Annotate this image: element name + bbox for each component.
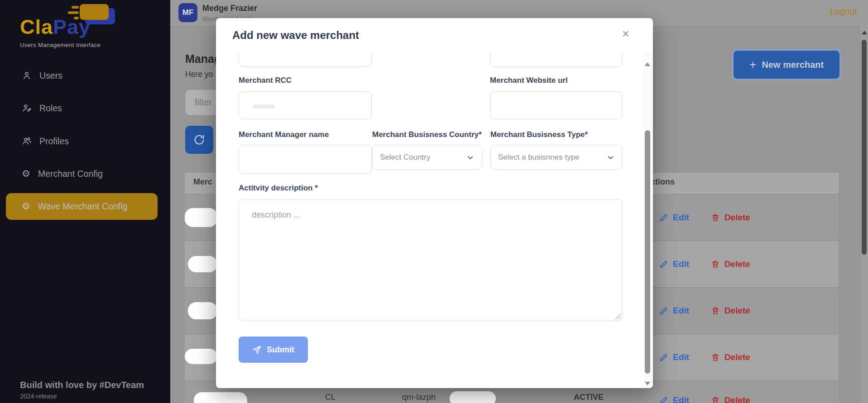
website-field[interactable] [490, 91, 623, 119]
user-icon [22, 71, 32, 81]
trash-icon [711, 396, 720, 403]
logo-text-pay: Pay [53, 15, 91, 38]
sidebar-item-label: Users [39, 71, 62, 81]
logo-subtitle: Users Management Interface [20, 42, 101, 48]
clipped-input[interactable] [490, 53, 623, 67]
sidebar-item-wave-merchant-config[interactable]: ⚙ Wave Merchant Config [6, 193, 158, 220]
cell-type-code: CL [325, 393, 336, 402]
redacted-pill [450, 391, 496, 403]
gear-icon: ⚙ [22, 169, 30, 179]
role-pen-icon [22, 103, 32, 113]
refresh-icon [193, 133, 206, 146]
redacted-pill [185, 208, 217, 227]
pencil-icon [659, 260, 668, 269]
send-icon [252, 345, 262, 355]
sidebar-item-label: Roles [39, 103, 62, 114]
edit-button[interactable]: Edit [659, 395, 689, 403]
country-select[interactable]: Select Country [372, 145, 482, 170]
country-select-value: Select Country [380, 153, 431, 162]
modal-scrollbar-thumb[interactable] [645, 130, 650, 374]
rcc-label: Merchant RCC [239, 76, 292, 85]
scroll-up-arrow-icon[interactable] [862, 31, 867, 34]
logo-speed-dash [72, 6, 79, 9]
logo-speed-dash [68, 11, 79, 14]
delete-button[interactable]: Delete [711, 395, 750, 403]
trash-icon [711, 306, 720, 315]
refresh-button[interactable] [185, 126, 213, 154]
edit-button[interactable]: Edit [659, 259, 689, 269]
sidebar-item-roles[interactable]: Roles [0, 97, 170, 119]
redacted-pill [185, 349, 217, 364]
delete-label: Delete [724, 395, 750, 403]
scroll-up-arrow-icon[interactable] [645, 62, 650, 66]
logout-button[interactable]: Logout [830, 6, 857, 17]
sidebar-item-users[interactable]: Users [0, 65, 170, 86]
close-icon[interactable]: × [622, 28, 629, 40]
clipped-input[interactable] [239, 53, 372, 67]
description-textarea[interactable] [239, 199, 623, 321]
gear-icon: ⚙ [22, 202, 30, 211]
sidebar-footer-release: 2024-release [20, 393, 57, 400]
plus-icon: + [749, 59, 757, 71]
chevron-down-icon [466, 153, 475, 162]
page-scrollbar-thumb[interactable] [862, 40, 867, 255]
modal-title: Add new wave merchant [232, 29, 359, 42]
add-wave-merchant-modal: Add new wave merchant × Merchant RCC Mer… [216, 18, 653, 388]
type-label: Merchant Busisness Type* [490, 130, 588, 139]
pencil-icon [659, 213, 668, 223]
edit-label: Edit [673, 259, 689, 269]
user-name: Medge Frazier [202, 4, 257, 13]
trash-icon [711, 260, 720, 269]
edit-label: Edit [673, 352, 689, 362]
sidebar-item-profiles[interactable]: Profiles [0, 130, 170, 152]
cell-merchant-code: qm-lazph [402, 393, 436, 402]
app-root: ClaPay Users Management Interface Users … [0, 0, 868, 403]
delete-label: Delete [724, 306, 750, 316]
sidebar-item-label: Profiles [39, 136, 69, 147]
delete-label: Delete [724, 213, 750, 223]
page-scrollbar[interactable] [860, 26, 868, 403]
delete-button[interactable]: Delete [711, 352, 750, 362]
row-actions: Edit Delete [659, 194, 750, 241]
redacted-pill [188, 302, 217, 319]
redacted-pill [194, 392, 247, 403]
manager-field[interactable] [239, 145, 372, 174]
sidebar-item-merchant-config[interactable]: ⚙ Merchant Config [0, 163, 170, 185]
column-header-merchant: Merc [193, 177, 212, 187]
redacted-placeholder [253, 104, 274, 109]
edit-button[interactable]: Edit [659, 213, 689, 223]
redacted-pill [188, 256, 217, 272]
new-merchant-button[interactable]: + New merchant [733, 50, 840, 80]
sidebar-footer-credit: Build with love by #DevTeam [20, 380, 144, 390]
modal-scrollbar[interactable] [643, 53, 652, 386]
new-merchant-label: New merchant [762, 60, 824, 70]
delete-button[interactable]: Delete [711, 259, 750, 269]
profiles-icon [22, 136, 32, 146]
scroll-down-arrow-icon[interactable] [645, 382, 650, 385]
submit-button[interactable]: Submit [239, 337, 308, 363]
edit-button[interactable]: Edit [659, 352, 689, 362]
delete-button[interactable]: Delete [711, 213, 750, 223]
edit-label: Edit [673, 395, 689, 403]
trash-icon [711, 213, 720, 222]
sidebar-item-label: Merchant Config [38, 169, 103, 179]
manager-label: Merchant Manager name [239, 130, 329, 139]
trash-icon [711, 353, 720, 362]
avatar: MF [178, 3, 197, 22]
pencil-icon [659, 306, 668, 316]
submit-label: Submit [267, 345, 294, 355]
chevron-down-icon [606, 153, 615, 162]
edit-label: Edit [673, 306, 689, 316]
logo-text: ClaPay [20, 15, 91, 39]
pencil-icon [659, 353, 668, 362]
delete-label: Delete [724, 259, 750, 269]
website-label: Merchant Website url [490, 76, 568, 85]
description-label: Actitvity description * [239, 184, 318, 193]
rcc-field[interactable] [239, 91, 372, 119]
business-type-select[interactable]: Select a busisnnes type [490, 145, 623, 170]
edit-label: Edit [673, 213, 689, 223]
delete-button[interactable]: Delete [711, 306, 750, 316]
row-actions: Edit Delete [659, 241, 750, 287]
logo-text-cla: Cla [20, 15, 53, 38]
edit-button[interactable]: Edit [659, 306, 689, 316]
